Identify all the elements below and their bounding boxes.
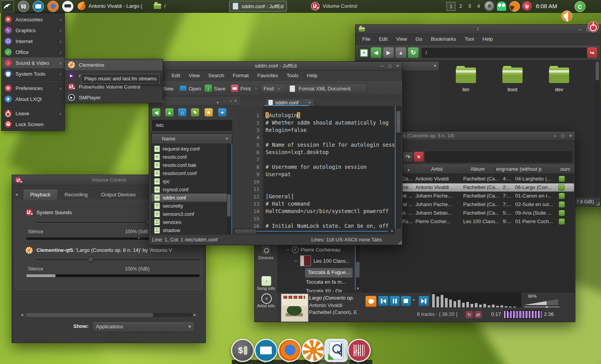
task-volume-control[interactable]: Volume Control — [309, 1, 360, 11]
dock-float-icon[interactable]: ▫ — [230, 99, 232, 103]
files-back-button[interactable]: ◀ — [152, 108, 160, 116]
hscroll-right-icon[interactable]: ▸ — [194, 312, 196, 317]
menu-item-internet[interactable]: Internet› — [2, 36, 64, 47]
folder-item[interactable]: dev — [542, 64, 577, 92]
launcher-desktop-switcher[interactable] — [62, 1, 73, 12]
folder-item[interactable]: bin — [448, 64, 483, 92]
menu-item-graphics[interactable]: ✎Graphics› — [2, 25, 64, 36]
submenu-item-clementine[interactable]: Clementine — [65, 59, 163, 70]
column-length[interactable]: engt — [496, 166, 505, 172]
tray-power-icon[interactable] — [588, 21, 599, 32]
file-row[interactable]: request-key.conf — [151, 145, 232, 153]
files-sort-header[interactable]: Name ▾ — [151, 133, 232, 144]
pause-button[interactable] — [389, 296, 400, 306]
menu-search[interactable]: Search — [204, 71, 228, 80]
moodbar-progress[interactable]: ▼ — [504, 310, 542, 319]
task-file-manager[interactable]: / — [151, 1, 168, 11]
menu-item-office[interactable]: ✓Office› — [2, 47, 64, 57]
menu-help[interactable]: Help — [303, 71, 322, 80]
files-home-button[interactable]: ⌂ — [178, 108, 186, 116]
main-menu-button[interactable] — [1, 0, 14, 12]
scrollbar-thumb[interactable]: ⋮ — [396, 111, 400, 133]
menu-item-about-lxqt[interactable]: About LXQt — [2, 94, 64, 104]
open-in-terminal-button[interactable]: ↪ — [587, 47, 597, 58]
scroll-down-icon[interactable]: ▼ — [356, 286, 360, 291]
files-edit-path-button[interactable]: ✎ — [191, 108, 199, 116]
hscrollbar[interactable] — [26, 313, 192, 317]
launcher-firefox[interactable] — [47, 1, 59, 12]
slider-thumb[interactable] — [88, 257, 94, 263]
stop-button[interactable] — [401, 296, 411, 306]
editor-vscrollbar[interactable]: ⋮ — [395, 106, 401, 229]
tab-scroll-left-icon[interactable]: ◂ — [15, 191, 18, 197]
next-button[interactable] — [419, 296, 429, 306]
files-favorites-button[interactable]: ★ — [205, 108, 213, 116]
tabbar-menu-icon[interactable]: ▾ — [217, 100, 219, 105]
tray-clementine-icon[interactable] — [509, 1, 520, 12]
path-bar[interactable]: / — [422, 48, 589, 58]
show-combo[interactable]: Applications ▾ — [92, 321, 195, 332]
dock-close-icon[interactable]: × — [234, 98, 237, 104]
resize-grip[interactable] — [596, 201, 600, 206]
scrollbar-thumb[interactable]: ⋯ — [234, 229, 257, 234]
forward-button[interactable]: ▶ — [383, 47, 394, 58]
column-source[interactable]: ourc — [560, 166, 574, 172]
submenu-item-smplayer[interactable]: ▶SMPlayer — [65, 92, 163, 103]
dock-terminal[interactable]: $ — [231, 339, 254, 362]
tray-ghost-icon[interactable] — [497, 2, 506, 11]
now-playing-art[interactable] — [281, 294, 308, 322]
tray-usb-icon[interactable]: ψ — [522, 1, 532, 11]
juffed-titlebar[interactable]: sddm.conf - JuffEd – □ × — [149, 62, 402, 71]
playlist-redo-button[interactable]: ↷ — [403, 152, 413, 162]
resize-grip[interactable] — [398, 240, 402, 244]
new-tab-button[interactable]: + — [358, 47, 370, 59]
menu-item-system-tools[interactable]: System Tools› — [2, 68, 64, 79]
launcher-file-manager[interactable] — [33, 1, 44, 12]
scrollbar-thumb[interactable] — [26, 313, 153, 317]
tree-album-row[interactable]: − Les 100 Class... — [277, 255, 361, 267]
repeat-button[interactable]: ↻ — [466, 311, 473, 318]
maximize-icon[interactable]: □ — [561, 133, 564, 138]
scrollbar-thumb[interactable]: ⋮ — [227, 194, 231, 217]
file-row[interactable]: shadow — [151, 226, 232, 234]
editor-hscrollbar[interactable]: ⋯ ▸ — [233, 229, 395, 234]
tab-playback[interactable]: Playback — [23, 189, 58, 200]
files-up-button[interactable]: ▲ — [165, 108, 174, 116]
scrollbar-thumb[interactable] — [596, 62, 599, 80]
file-row[interactable]: services — [151, 218, 232, 226]
menu-help[interactable]: Help — [478, 35, 497, 43]
menu-tools[interactable]: Tools — [282, 71, 302, 80]
tab-output-devices[interactable]: Output Devices — [95, 190, 142, 200]
dock-clementine[interactable] — [302, 339, 325, 362]
shuffle-button[interactable]: ⇄ — [474, 311, 482, 318]
file-row[interactable]: rpc — [151, 177, 232, 185]
menu-format[interactable]: Format — [229, 71, 253, 80]
tree-track-row[interactable]: Toccata en fa m... — [306, 278, 346, 286]
devices-icon[interactable] — [261, 245, 271, 255]
menu-view[interactable]: View — [184, 71, 204, 80]
sidebar-label-artist-info[interactable]: Artist info — [255, 303, 277, 308]
minimize-icon[interactable]: – — [554, 133, 556, 138]
menu-go[interactable]: Go — [411, 35, 426, 43]
workspace-1[interactable]: 1 — [446, 2, 455, 11]
playlist-search-bar[interactable] — [426, 151, 572, 162]
tray-updates-icon[interactable]: C — [575, 1, 585, 12]
clear-playlist-button[interactable]: × — [414, 152, 424, 161]
workspace-2[interactable]: 2 — [457, 2, 465, 10]
menu-view[interactable]: View — [392, 35, 411, 43]
dock-file-manager[interactable] — [254, 339, 278, 362]
minimize-icon[interactable]: – — [579, 27, 582, 32]
collapse-icon[interactable]: − — [287, 247, 290, 253]
volume-track[interactable] — [524, 307, 559, 307]
task-juffed-active[interactable]: sddm.conf - JuffEd — [229, 1, 287, 12]
column-artist[interactable]: Artist — [415, 166, 459, 172]
dock-firefox[interactable] — [278, 339, 301, 362]
stop-after-chevron-icon[interactable]: ▾ — [413, 298, 415, 302]
launcher-terminal[interactable]: $ — [18, 1, 29, 12]
tab-close-icon[interactable]: × — [309, 100, 311, 105]
workspace-3[interactable]: 3 — [466, 2, 474, 10]
menu-item-accessories[interactable]: Accessories› — [2, 14, 64, 25]
tree-artist-row[interactable]: − × Pierre Cochereau — [277, 245, 361, 254]
menu-item-sound-video[interactable]: ♪Sound & Video› — [2, 57, 64, 68]
tree-track-row[interactable]: Toccata & Fugue... — [305, 268, 353, 277]
